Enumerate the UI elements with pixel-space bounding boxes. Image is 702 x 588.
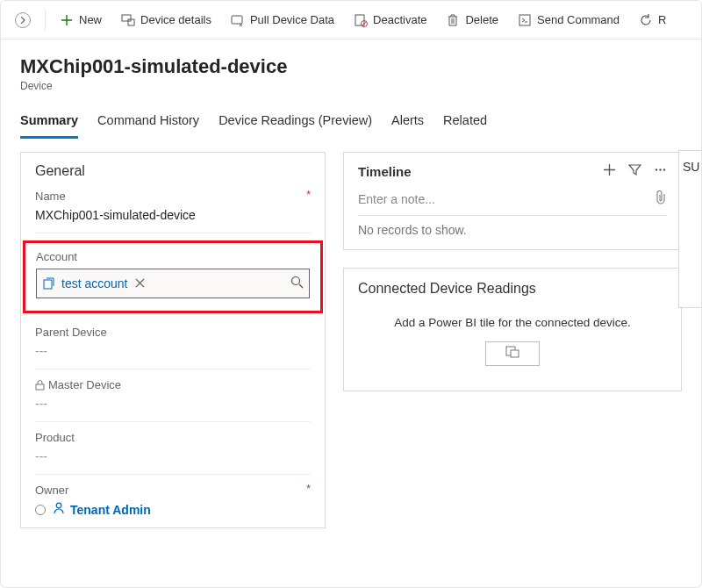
svg-point-7 — [292, 276, 300, 284]
deactivate-button[interactable]: Deactivate — [345, 8, 435, 32]
pull-data-icon — [231, 13, 245, 27]
separator — [45, 10, 46, 31]
timeline-filter-button[interactable] — [628, 163, 641, 180]
svg-point-9 — [56, 503, 61, 508]
account-label: Account — [36, 250, 310, 263]
master-device-value: --- — [35, 397, 311, 411]
svg-point-10 — [655, 169, 657, 170]
svg-rect-14 — [511, 350, 519, 357]
svg-rect-2 — [232, 16, 242, 24]
refresh-button[interactable]: R — [630, 8, 675, 32]
side-panel-peek-text: SU — [683, 160, 699, 174]
svg-rect-0 — [122, 15, 131, 21]
tab-related[interactable]: Related — [443, 108, 487, 139]
device-details-icon — [121, 13, 135, 27]
account-search-button[interactable] — [290, 276, 304, 292]
account-field-highlight: Account test account — [23, 240, 323, 313]
name-field[interactable]: Name * MXChip001-simulated-device — [35, 186, 311, 233]
required-indicator: * — [306, 188, 311, 201]
owner-label: Owner — [35, 484, 311, 497]
connected-readings-title: Connected Device Readings — [358, 281, 667, 297]
tab-alerts[interactable]: Alerts — [391, 108, 424, 139]
powerbi-tile-icon — [505, 346, 519, 361]
account-value: test account — [61, 276, 128, 290]
delete-label: Delete — [465, 13, 498, 26]
command-bar: New Device details Pull Device Data Deac… — [1, 1, 701, 39]
add-powerbi-tile-button[interactable] — [485, 341, 540, 366]
device-details-button[interactable]: Device details — [112, 8, 220, 32]
name-value: MXChip001-simulated-device — [35, 208, 311, 222]
deactivate-label: Deactivate — [373, 13, 426, 26]
account-lookup[interactable]: test account — [36, 269, 310, 298]
pull-data-label: Pull Device Data — [250, 13, 334, 26]
trash-icon — [446, 13, 460, 27]
lock-icon — [35, 380, 45, 391]
required-indicator: * — [306, 482, 311, 495]
product-field[interactable]: Product --- — [35, 427, 311, 475]
tab-list: Summary Command History Device Readings … — [1, 108, 701, 140]
tab-device-readings[interactable]: Device Readings (Preview) — [218, 108, 372, 139]
plus-icon — [60, 13, 74, 27]
new-button[interactable]: New — [51, 8, 111, 32]
attach-icon[interactable] — [655, 190, 667, 208]
svg-point-11 — [659, 169, 661, 170]
master-device-label: Master Device — [35, 378, 311, 391]
page-title: MXChip001-simulated-device — [20, 55, 682, 78]
owner-field[interactable]: Owner * Tenant Admin — [35, 480, 311, 517]
name-label: Name — [35, 190, 311, 203]
owner-radio-icon — [35, 505, 46, 515]
back-button[interactable] — [6, 7, 39, 33]
content-area: General Name * MXChip001-simulated-devic… — [1, 140, 701, 541]
product-value: --- — [35, 449, 311, 463]
general-title: General — [35, 163, 311, 179]
chevron-right-icon — [15, 12, 31, 28]
device-details-label: Device details — [140, 13, 211, 26]
timeline-title: Timeline — [358, 164, 412, 179]
timeline-note-input[interactable]: Enter a note... — [358, 183, 667, 216]
timeline-placeholder: Enter a note... — [358, 192, 435, 206]
owner-value: Tenant Admin — [70, 503, 151, 517]
account-clear-button[interactable] — [135, 277, 145, 290]
product-label: Product — [35, 431, 311, 444]
delete-button[interactable]: Delete — [437, 8, 507, 32]
parent-device-field[interactable]: Parent Device --- — [35, 322, 311, 369]
parent-device-value: --- — [35, 344, 311, 358]
tab-summary[interactable]: Summary — [20, 108, 78, 139]
svg-point-12 — [663, 169, 665, 170]
svg-rect-6 — [44, 280, 52, 289]
deactivate-icon — [354, 13, 368, 27]
connected-readings-card: Connected Device Readings Add a Power BI… — [343, 268, 682, 391]
tab-command-history[interactable]: Command History — [97, 108, 199, 139]
svg-rect-8 — [36, 384, 44, 390]
account-icon — [42, 276, 56, 290]
timeline-add-button[interactable] — [603, 163, 616, 180]
svg-rect-3 — [355, 15, 364, 25]
side-panel-peek[interactable]: SU — [678, 150, 701, 308]
refresh-icon — [639, 13, 653, 27]
send-command-button[interactable]: Send Command — [509, 8, 628, 32]
general-card: General Name * MXChip001-simulated-devic… — [20, 152, 326, 528]
timeline-card: Timeline Enter a note... — [343, 152, 682, 250]
parent-device-label: Parent Device — [35, 326, 311, 339]
send-command-label: Send Command — [537, 13, 620, 26]
new-label: New — [79, 13, 102, 26]
timeline-empty-text: No records to show. — [358, 223, 667, 237]
pull-device-data-button[interactable]: Pull Device Data — [222, 8, 343, 32]
page-subtitle: Device — [20, 80, 682, 92]
page-header: MXChip001-simulated-device Device — [1, 39, 701, 92]
timeline-more-button[interactable] — [654, 163, 667, 180]
person-icon — [53, 502, 65, 517]
master-device-field[interactable]: Master Device --- — [35, 375, 311, 422]
refresh-partial-label: R — [658, 13, 666, 26]
owner-link[interactable]: Tenant Admin — [53, 502, 151, 517]
connected-readings-text: Add a Power BI tile for the connected de… — [394, 316, 630, 329]
send-command-icon — [518, 13, 532, 27]
account-tag[interactable]: test account — [42, 276, 128, 290]
